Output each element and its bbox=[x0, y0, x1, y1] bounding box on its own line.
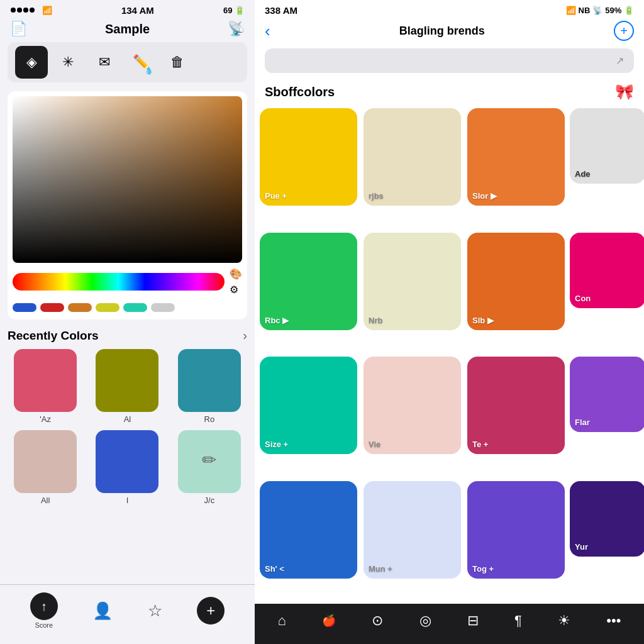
wifi-left-icon: 📶 bbox=[42, 6, 52, 15]
nav-star-btn[interactable]: ☆ bbox=[148, 601, 162, 621]
label-te: Te + bbox=[472, 440, 488, 449]
doc-icon[interactable]: 📄 bbox=[10, 21, 27, 37]
label-nrb: Nrb bbox=[369, 316, 382, 325]
search-bar[interactable]: ↗ bbox=[265, 48, 634, 73]
nav-more-btn[interactable]: ••• bbox=[601, 610, 626, 631]
palette-icon[interactable]: 🎨 bbox=[230, 268, 242, 280]
swatch-all[interactable]: All bbox=[8, 430, 83, 505]
swatch-az[interactable]: 'Az bbox=[8, 349, 83, 424]
nav-score-btn[interactable]: ↑ Score bbox=[30, 592, 58, 629]
nav-person-btn[interactable]: 👤 bbox=[92, 601, 113, 621]
star-icon: ☆ bbox=[148, 601, 162, 621]
swatch-al[interactable]: Al bbox=[89, 349, 165, 424]
toolbar-brush-btn[interactable]: ✏️ 💧 bbox=[125, 46, 157, 79]
toolbar-stamp-btn[interactable]: ◈ bbox=[15, 46, 48, 79]
color-pue[interactable]: Pue + bbox=[260, 108, 357, 206]
nav-paragraph-btn[interactable]: ¶ bbox=[509, 610, 527, 631]
label-yur: Yur bbox=[575, 542, 588, 552]
color-picker: 🎨 ⚙ bbox=[8, 91, 247, 319]
swatch-label-jc: J/c bbox=[204, 496, 215, 505]
section-header: Sboffcolors 🎀 bbox=[255, 80, 644, 108]
grid-container: Pue + rjbs Slor ▶ Rbc ▶ Nrb Slb ▶ Size + bbox=[255, 108, 644, 604]
strip-orange[interactable] bbox=[68, 303, 92, 312]
wifi-header-icon[interactable]: 📡 bbox=[228, 21, 245, 37]
signal-icon: 📶 NB bbox=[566, 6, 590, 15]
swatch-label-i: I bbox=[126, 496, 129, 505]
color-slor[interactable]: Slor ▶ bbox=[467, 108, 565, 206]
section-title: Sboffcolors bbox=[265, 85, 335, 99]
status-bar-right: 338 AM 📶 NB 📡 59% 🔋 bbox=[255, 0, 644, 18]
color-tog[interactable]: Tog + bbox=[467, 481, 565, 579]
time-left: 134 AM bbox=[121, 5, 154, 16]
swatch-jc[interactable]: ✏ J/c bbox=[172, 430, 247, 505]
swatch-box-i[interactable] bbox=[96, 430, 158, 493]
toolbar-sparkle-btn[interactable]: ✳ bbox=[52, 46, 84, 79]
score-label: Score bbox=[35, 621, 53, 629]
toolbar: ◈ ✳ ✉ ✏️ 💧 🗑 bbox=[8, 42, 247, 82]
bottom-nav-left: ↑ Score 👤 ☆ + bbox=[0, 584, 255, 644]
label-rbc: Rbc ▶ bbox=[265, 316, 289, 325]
back-button[interactable]: ‹ bbox=[265, 21, 270, 41]
recently-title: Recently Colors bbox=[8, 329, 99, 343]
swatch-box-al[interactable] bbox=[96, 349, 158, 412]
nav-layers-btn[interactable]: ⊟ bbox=[462, 610, 484, 631]
right-column: Ade Con Flar Yur bbox=[570, 108, 639, 599]
color-sh[interactable]: Sh' < bbox=[260, 481, 357, 579]
swatch-label-az: 'Az bbox=[40, 414, 51, 424]
color-ade[interactable]: Ade bbox=[570, 108, 644, 184]
swatch-box-az[interactable] bbox=[14, 349, 77, 412]
nav-brightness-btn[interactable]: ☀ bbox=[553, 610, 575, 631]
time-right: 338 AM bbox=[265, 5, 297, 16]
color-slb[interactable]: Slb ▶ bbox=[467, 233, 565, 330]
strip-red[interactable] bbox=[40, 303, 64, 312]
right-header: ‹ Blagling brends + bbox=[255, 18, 644, 46]
strip-yellow[interactable] bbox=[96, 303, 119, 312]
color-rbc[interactable]: Rbc ▶ bbox=[260, 233, 357, 330]
nav-home-btn[interactable]: ⌂ bbox=[273, 610, 291, 631]
left-header: 📄 Sample 📡 bbox=[0, 18, 255, 42]
color-mun[interactable]: Mun + bbox=[364, 481, 461, 579]
settings-icon[interactable]: ⚙ bbox=[230, 284, 242, 296]
colors-main-grid: Pue + rjbs Slor ▶ Rbc ▶ Nrb Slb ▶ Size + bbox=[260, 108, 565, 599]
strip-teal[interactable] bbox=[123, 303, 147, 312]
toolbar-trash-btn[interactable]: 🗑 bbox=[161, 46, 194, 79]
nav-compass-btn[interactable]: ◎ bbox=[414, 610, 436, 631]
swatch-ro[interactable]: Ro bbox=[172, 349, 247, 424]
toolbar-mail-btn[interactable]: ✉ bbox=[88, 46, 121, 79]
color-spectrum-bar[interactable] bbox=[13, 273, 225, 291]
color-te[interactable]: Te + bbox=[467, 357, 565, 454]
nav-apple-btn[interactable]: 🍎 bbox=[317, 611, 341, 630]
label-mun: Mun + bbox=[369, 564, 392, 574]
color-strip bbox=[13, 301, 242, 314]
label-sh: Sh' < bbox=[265, 564, 284, 574]
bookmark-icon[interactable]: 🎀 bbox=[615, 83, 634, 101]
nav-upload-btn[interactable]: ⊙ bbox=[367, 610, 388, 631]
nav-add-btn[interactable]: + bbox=[197, 597, 225, 625]
strip-blue[interactable] bbox=[13, 303, 36, 312]
spectrum-row: 🎨 ⚙ bbox=[13, 268, 242, 296]
swatch-box-all[interactable] bbox=[14, 430, 77, 493]
right-status-icons: 📶 NB 📡 59% 🔋 bbox=[566, 6, 634, 15]
color-flar[interactable]: Flar bbox=[570, 357, 644, 432]
color-gradient[interactable] bbox=[13, 96, 242, 263]
color-nrb[interactable]: Nrb bbox=[364, 233, 461, 330]
color-con[interactable]: Con bbox=[570, 233, 644, 308]
drop-icon: 💧 bbox=[145, 67, 153, 75]
label-con: Con bbox=[575, 294, 591, 303]
swatch-box-ro[interactable] bbox=[178, 349, 241, 412]
left-panel: 📶 134 AM 69 🔋 📄 Sample 📡 ◈ ✳ ✉ ✏️ 💧 🗑 🎨 … bbox=[0, 0, 255, 644]
battery-left: 69 🔋 bbox=[223, 6, 245, 15]
label-slor: Slor ▶ bbox=[472, 191, 497, 201]
swatches-grid: 'Az Al Ro All I ✏ J/c bbox=[8, 349, 247, 505]
swatch-label-ro: Ro bbox=[204, 414, 215, 424]
color-rjbs[interactable]: rjbs bbox=[364, 108, 461, 206]
search-icon: ↗ bbox=[616, 55, 624, 67]
strip-white[interactable] bbox=[151, 303, 175, 312]
swatch-box-jc[interactable]: ✏ bbox=[178, 430, 241, 493]
recently-chevron[interactable]: › bbox=[243, 328, 247, 343]
color-vie[interactable]: Vie bbox=[364, 357, 461, 454]
swatch-i[interactable]: I bbox=[89, 430, 165, 505]
color-yur[interactable]: Yur bbox=[570, 481, 644, 557]
add-button[interactable]: + bbox=[614, 21, 634, 41]
color-size[interactable]: Size + bbox=[260, 357, 357, 454]
